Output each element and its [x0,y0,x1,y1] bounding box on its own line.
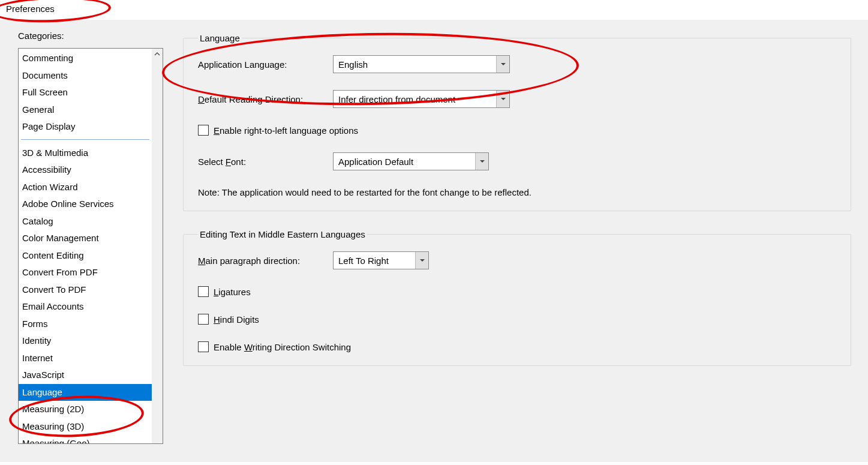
app-language-label: Application Language: [198,59,333,70]
category-item[interactable]: General [19,101,152,119]
category-item[interactable]: Identity [19,332,152,350]
enable-rtl-label: Enable right-to-left language options [214,125,358,136]
right-panel: Language Application Language: English D… [165,20,868,462]
preferences-content: Categories: CommentingDocumentsFull Scre… [0,20,868,462]
enable-rtl-checkbox[interactable] [198,125,209,136]
writing-direction-label: Enable Writing Direction Switching [214,342,351,352]
category-item[interactable]: 3D & Multimedia [19,145,152,162]
category-item[interactable]: Email Accounts [19,298,152,316]
reading-direction-dropdown[interactable]: Infer direction from document [333,90,510,108]
main-paragraph-dir-label: Main paragraph direction: [198,256,333,266]
category-item[interactable]: Forms [19,316,152,333]
category-item[interactable]: Measuring (2D) [19,401,152,418]
group-middle-eastern: Editing Text in Middle Eastern Languages… [183,229,851,366]
category-item[interactable]: Measuring (Geo) [19,435,152,443]
category-item[interactable]: Language [19,384,152,401]
category-item[interactable]: Internet [19,350,152,367]
font-note: Note: The application would need to be r… [198,187,836,197]
ligatures-label: Ligatures [214,287,251,297]
chevron-down-icon [496,56,509,73]
hindi-digits-checkbox[interactable] [198,314,209,325]
group-language: Language Application Language: English D… [183,33,851,211]
category-item[interactable]: Action Wizard [19,179,152,196]
app-language-dropdown[interactable]: English [333,55,510,73]
select-font-dropdown[interactable]: Application Default [333,152,489,170]
list-separator [21,139,149,140]
main-paragraph-dir-dropdown[interactable]: Left To Right [333,251,429,269]
chevron-down-icon [415,252,428,269]
category-item[interactable]: Convert To PDF [19,281,152,299]
chevron-down-icon [475,153,488,170]
reading-direction-label: Default Reading Direction: [198,94,333,104]
chevron-down-icon [496,91,509,107]
categories-label: Categories: [18,31,165,41]
select-font-value: Application Default [334,157,475,167]
writing-direction-checkbox[interactable] [198,341,209,352]
category-item[interactable]: Catalog [19,213,152,230]
select-font-label: Select Font: [198,157,333,167]
hindi-digits-label: Hindi Digits [214,314,259,325]
category-item[interactable]: Documents [19,67,152,85]
category-item[interactable]: Full Screen [19,84,152,101]
category-item[interactable]: JavaScript [19,367,152,384]
category-item[interactable]: Accessibility [19,161,152,179]
ligatures-checkbox[interactable] [198,286,209,297]
app-language-value: English [334,59,496,70]
category-item[interactable]: Page Display [19,118,152,136]
categories-listbox[interactable]: CommentingDocumentsFull ScreenGeneralPag… [18,48,163,444]
main-paragraph-dir-value: Left To Right [334,256,415,266]
category-item[interactable]: Convert From PDF [19,264,152,281]
category-item[interactable]: Commenting [19,50,152,67]
left-panel: Categories: CommentingDocumentsFull Scre… [0,20,165,462]
window-title: Preferences [0,0,868,20]
category-item[interactable]: Color Management [19,230,152,247]
category-item[interactable]: Measuring (3D) [19,418,152,436]
group-middle-eastern-legend: Editing Text in Middle Eastern Languages [198,229,367,239]
reading-direction-value: Infer direction from document [334,94,496,104]
listbox-scrollbar[interactable] [152,49,163,443]
scroll-up-icon[interactable] [152,49,163,59]
category-item[interactable]: Adobe Online Services [19,196,152,213]
category-item[interactable]: Content Editing [19,247,152,265]
group-language-legend: Language [198,33,242,43]
